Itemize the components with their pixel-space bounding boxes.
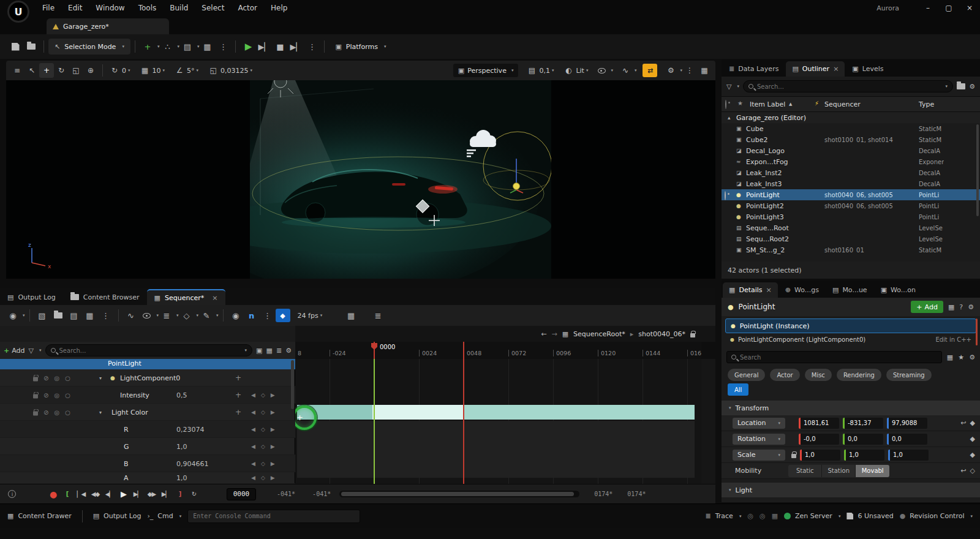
tab-world-partition[interactable]: ▣ Wo...on (875, 282, 922, 298)
light-color-section-active[interactable] (372, 405, 464, 420)
keyframe-icon[interactable]: ◆ (970, 435, 975, 443)
pin-column-icon[interactable]: ★ (737, 100, 743, 107)
add-keyframe-icon[interactable]: ◇ (261, 461, 265, 467)
table-row[interactable]: ▣Cube2shot0100_01, shot014StaticM (722, 134, 980, 145)
tab-levels[interactable]: ▣ Levels (846, 61, 889, 77)
keyframe-icon[interactable]: ◆ (970, 419, 975, 427)
table-row[interactable]: ▣CubeStaticM (722, 123, 980, 134)
outliner-scrollbar[interactable] (976, 124, 979, 216)
add-section-icon[interactable]: + (235, 374, 241, 382)
rotation-dropdown[interactable]: Rotation ▾ (733, 434, 785, 445)
curve-editor-icon[interactable]: ▦ (343, 307, 359, 323)
camera-lock-icon[interactable]: ◉ (228, 307, 244, 323)
channel-value[interactable]: 1,0 (176, 474, 187, 482)
track-row-pointlight[interactable]: PointLight (0, 359, 295, 369)
chevron-down-icon[interactable]: ▾ (737, 84, 739, 89)
scale-snap-value[interactable]: 0,03125 (221, 67, 249, 75)
track-row-a[interactable]: A 1,0 ◀◇▶ (0, 472, 295, 484)
maximize-button[interactable]: ▢ (938, 0, 959, 16)
menu-tools[interactable]: Tools (132, 0, 164, 16)
minimize-button[interactable]: – (918, 0, 938, 16)
tab-outliner[interactable]: ▤ Outliner × (786, 61, 845, 77)
add-keyframe-icon[interactable]: ◇ (261, 392, 265, 398)
expand-caret-icon[interactable]: ▾ (99, 375, 102, 380)
select-tool-icon[interactable]: ↖ (24, 63, 39, 78)
tab-details[interactable]: ▦ Details × (723, 282, 778, 298)
scale-dropdown[interactable]: Scale ▾ (733, 450, 785, 461)
blueprints-button[interactable]: ∴ (159, 39, 175, 55)
world-row[interactable]: ▴ Garage_zero (Editor) (722, 112, 980, 123)
details-settings-icon[interactable]: ⚙ (969, 353, 975, 361)
sequencer-search-input[interactable]: ▾ (45, 344, 253, 356)
forward-icon[interactable]: → (551, 330, 557, 338)
output-log-button[interactable]: ▤ Output Log (93, 512, 141, 520)
reset-icon[interactable]: ↩ (960, 419, 966, 427)
location-z-field[interactable]: 97,9088 (887, 418, 927, 429)
timeline-scrollbar[interactable] (339, 491, 579, 497)
table-row[interactable]: ▤Sequ...Root2LevelSe (722, 233, 980, 244)
previous-key-button[interactable]: ◀◆ (88, 488, 102, 501)
chevron-down-icon[interactable]: ▾ (552, 68, 554, 73)
prev-key-icon[interactable]: ◀ (251, 443, 255, 450)
add-key-icon[interactable]: + (235, 391, 241, 399)
set-start-button[interactable]: [ (60, 488, 74, 501)
close-icon[interactable]: × (833, 65, 839, 73)
auto-key-icon[interactable]: ✎ (198, 307, 214, 323)
next-key-button[interactable]: ◆▶ (145, 488, 159, 501)
component-row-lightcomponent[interactable]: ● PointLightComponent (LightComponent0) … (722, 333, 980, 345)
chevron-down-icon[interactable]: ▾ (251, 68, 253, 73)
collapse-tracks-icon[interactable]: ▣ (256, 347, 262, 355)
tab-data-layers[interactable]: ≣ Data Layers (723, 61, 785, 77)
scale-z-field[interactable]: 1,0 (888, 450, 929, 461)
next-key-icon[interactable]: ▶ (271, 392, 275, 398)
curve-tool-icon[interactable]: ∿ (123, 307, 139, 323)
level-layers-button[interactable]: ▦ (199, 39, 215, 55)
prev-key-icon[interactable]: ◀ (251, 475, 255, 481)
tab-garage-zero[interactable]: Garage_zero* (47, 18, 169, 34)
tab-content-browser[interactable]: Content Browser (63, 289, 147, 305)
breadcrumb-root[interactable]: SequenceRoot* (573, 330, 625, 338)
snap-options-icon[interactable]: ⋮ (260, 307, 276, 323)
surface-snap-icon[interactable]: ↻ (107, 63, 122, 78)
table-row[interactable]: ▤Seque...RootLevelSe (722, 222, 980, 233)
channel-value[interactable]: 1,0 (176, 442, 187, 450)
view-options-icon[interactable] (139, 307, 155, 323)
unsaved-button[interactable]: 6 Unsaved (846, 512, 893, 520)
channel-value[interactable]: 0,23074 (176, 425, 205, 433)
stop-button[interactable]: ■ (272, 39, 288, 55)
add-track-button[interactable]: + Add (4, 347, 25, 355)
table-row[interactable]: ●PointLight3PointLi (722, 211, 980, 222)
solo-icon[interactable]: ◎ (54, 374, 59, 381)
column-type[interactable]: Type (919, 100, 934, 108)
chevron-down-icon[interactable]: ▾ (23, 313, 25, 318)
mute-icon[interactable]: ⊘ (43, 409, 48, 415)
jump-to-start-button[interactable]: ▏◀ (74, 488, 88, 501)
play-options-icon[interactable]: ⋮ (304, 39, 320, 55)
grid-snap-icon[interactable]: ▦ (138, 63, 153, 78)
filter-misc[interactable]: Misc (805, 369, 832, 381)
scale-y-field[interactable]: 1,0 (844, 450, 884, 461)
menu-help[interactable]: Help (264, 0, 294, 16)
track-row-r[interactable]: R 0,23074 ◀◇▶ (0, 421, 295, 438)
tab-world-settings[interactable]: ⊕ Wo...gs (779, 282, 825, 298)
prev-key-icon[interactable]: ◀ (251, 409, 255, 415)
location-y-field[interactable]: -831,37 (843, 418, 883, 429)
table-row[interactable]: ▣SM_St...g_2shot0160_01StaticM (722, 244, 980, 255)
effects-icon[interactable]: ∿ (618, 63, 633, 78)
light-section-header[interactable]: ▾ Light (722, 483, 980, 497)
filter-icon[interactable]: ▽ (726, 83, 731, 91)
track-row-intensity[interactable]: ⊘◎○ Intensity 0,5 + ◀◇▶ (0, 386, 295, 404)
section-end-marker[interactable] (463, 342, 464, 359)
table-row[interactable]: ●PointLight2shot0040_06, shot005PointLi (722, 200, 980, 211)
step-back-button[interactable]: ◀▏ (102, 488, 116, 501)
deactivate-icon[interactable]: ○ (65, 391, 70, 398)
mute-icon[interactable]: ⊘ (43, 374, 48, 381)
deactivate-icon[interactable]: ○ (65, 374, 70, 381)
set-end-button[interactable]: ] (173, 488, 187, 501)
filter-streaming[interactable]: Streaming (886, 369, 932, 381)
chevron-down-icon[interactable]: ▾ (163, 68, 165, 73)
lock-icon[interactable] (33, 377, 38, 381)
view-mode-label[interactable]: Lit (576, 67, 584, 75)
frame-skip-button[interactable]: ▶▏ (256, 39, 272, 55)
jump-to-end-button[interactable]: ▶▏ (159, 488, 173, 501)
